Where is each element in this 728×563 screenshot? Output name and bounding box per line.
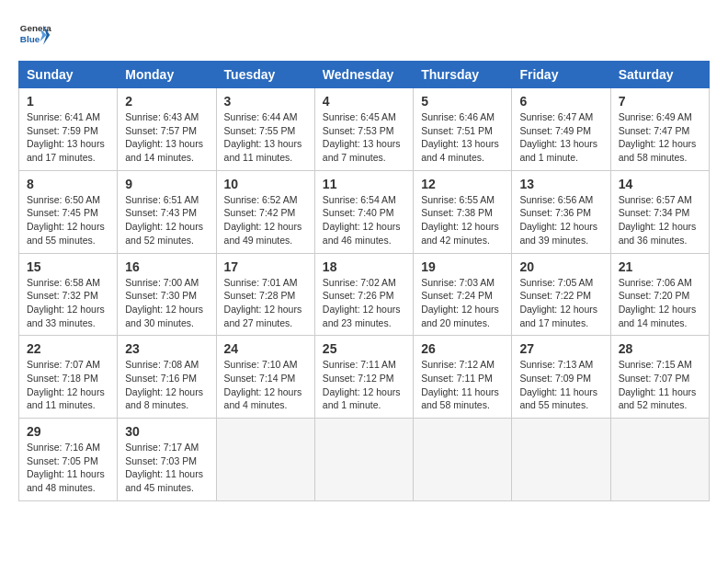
day-info: Sunrise: 7:02 AM Sunset: 7:26 PM Dayligh… <box>323 276 405 330</box>
day-cell: 23Sunrise: 7:08 AM Sunset: 7:16 PM Dayli… <box>118 336 216 419</box>
day-info: Sunrise: 6:52 AM Sunset: 7:42 PM Dayligh… <box>224 193 307 247</box>
page-header: General Blue <box>18 18 710 52</box>
day-number: 18 <box>323 259 405 274</box>
day-cell: 10Sunrise: 6:52 AM Sunset: 7:42 PM Dayli… <box>216 170 314 253</box>
day-number: 12 <box>421 177 504 191</box>
day-info: Sunrise: 7:07 AM Sunset: 7:18 PM Dayligh… <box>27 358 109 412</box>
day-info: Sunrise: 6:47 AM Sunset: 7:49 PM Dayligh… <box>519 110 602 165</box>
day-number: 10 <box>224 177 307 191</box>
day-cell <box>314 419 413 501</box>
day-info: Sunrise: 7:13 AM Sunset: 7:09 PM Dayligh… <box>519 358 602 412</box>
header-row: SundayMondayTuesdayWednesdayThursdayFrid… <box>19 62 710 88</box>
week-row-3: 22Sunrise: 7:07 AM Sunset: 7:18 PM Dayli… <box>19 336 710 419</box>
day-cell: 5Sunrise: 6:46 AM Sunset: 7:51 PM Daylig… <box>414 88 512 171</box>
calendar-table: SundayMondayTuesdayWednesdayThursdayFrid… <box>18 61 710 501</box>
day-info: Sunrise: 6:50 AM Sunset: 7:45 PM Dayligh… <box>27 193 109 247</box>
day-number: 27 <box>519 341 602 356</box>
day-number: 16 <box>125 259 208 274</box>
day-number: 6 <box>519 94 602 109</box>
week-row-4: 29Sunrise: 7:16 AM Sunset: 7:05 PM Dayli… <box>19 419 710 501</box>
day-number: 7 <box>619 94 701 109</box>
day-cell: 20Sunrise: 7:05 AM Sunset: 7:22 PM Dayli… <box>512 253 610 336</box>
logo-icon: General Blue <box>18 18 51 52</box>
day-cell: 27Sunrise: 7:13 AM Sunset: 7:09 PM Dayli… <box>512 336 610 419</box>
day-info: Sunrise: 7:05 AM Sunset: 7:22 PM Dayligh… <box>519 276 602 330</box>
day-info: Sunrise: 7:03 AM Sunset: 7:24 PM Dayligh… <box>421 276 504 330</box>
day-info: Sunrise: 6:43 AM Sunset: 7:57 PM Dayligh… <box>125 110 208 165</box>
day-cell: 21Sunrise: 7:06 AM Sunset: 7:20 PM Dayli… <box>610 253 709 336</box>
day-cell: 12Sunrise: 6:55 AM Sunset: 7:38 PM Dayli… <box>414 170 512 253</box>
day-info: Sunrise: 7:10 AM Sunset: 7:14 PM Dayligh… <box>224 358 307 412</box>
day-number: 8 <box>27 177 109 191</box>
day-info: Sunrise: 7:15 AM Sunset: 7:07 PM Dayligh… <box>619 358 701 412</box>
day-number: 25 <box>323 341 405 356</box>
logo: General Blue <box>18 18 51 52</box>
week-row-2: 15Sunrise: 6:58 AM Sunset: 7:32 PM Dayli… <box>19 253 710 336</box>
day-number: 11 <box>323 177 405 191</box>
day-cell: 4Sunrise: 6:45 AM Sunset: 7:53 PM Daylig… <box>314 88 413 171</box>
day-info: Sunrise: 6:46 AM Sunset: 7:51 PM Dayligh… <box>421 110 504 165</box>
day-cell: 9Sunrise: 6:51 AM Sunset: 7:43 PM Daylig… <box>118 170 216 253</box>
week-row-0: 1Sunrise: 6:41 AM Sunset: 7:59 PM Daylig… <box>19 88 710 171</box>
col-header-saturday: Saturday <box>610 62 709 88</box>
day-cell: 28Sunrise: 7:15 AM Sunset: 7:07 PM Dayli… <box>610 336 709 419</box>
day-number: 29 <box>27 424 109 439</box>
day-info: Sunrise: 7:11 AM Sunset: 7:12 PM Dayligh… <box>323 358 405 412</box>
day-info: Sunrise: 7:17 AM Sunset: 7:03 PM Dayligh… <box>125 441 208 495</box>
day-number: 4 <box>323 94 405 109</box>
day-cell: 26Sunrise: 7:12 AM Sunset: 7:11 PM Dayli… <box>414 336 512 419</box>
day-info: Sunrise: 6:49 AM Sunset: 7:47 PM Dayligh… <box>619 110 701 165</box>
day-info: Sunrise: 6:51 AM Sunset: 7:43 PM Dayligh… <box>125 193 208 247</box>
day-number: 19 <box>421 259 504 274</box>
day-cell: 14Sunrise: 6:57 AM Sunset: 7:34 PM Dayli… <box>610 170 709 253</box>
day-cell <box>414 419 512 501</box>
day-cell: 6Sunrise: 6:47 AM Sunset: 7:49 PM Daylig… <box>512 88 610 171</box>
day-cell <box>512 419 610 501</box>
day-number: 22 <box>27 341 109 356</box>
day-cell: 2Sunrise: 6:43 AM Sunset: 7:57 PM Daylig… <box>118 88 216 171</box>
col-header-thursday: Thursday <box>414 62 512 88</box>
day-info: Sunrise: 7:12 AM Sunset: 7:11 PM Dayligh… <box>421 358 504 412</box>
day-info: Sunrise: 7:00 AM Sunset: 7:30 PM Dayligh… <box>125 276 208 330</box>
day-cell: 30Sunrise: 7:17 AM Sunset: 7:03 PM Dayli… <box>118 419 216 501</box>
day-info: Sunrise: 6:58 AM Sunset: 7:32 PM Dayligh… <box>27 276 109 330</box>
day-number: 21 <box>619 259 701 274</box>
day-cell: 13Sunrise: 6:56 AM Sunset: 7:36 PM Dayli… <box>512 170 610 253</box>
day-info: Sunrise: 7:01 AM Sunset: 7:28 PM Dayligh… <box>224 276 307 330</box>
day-cell: 7Sunrise: 6:49 AM Sunset: 7:47 PM Daylig… <box>610 88 709 171</box>
day-number: 3 <box>224 94 307 109</box>
day-cell: 25Sunrise: 7:11 AM Sunset: 7:12 PM Dayli… <box>314 336 413 419</box>
day-number: 28 <box>619 341 701 356</box>
day-number: 24 <box>224 341 307 356</box>
day-info: Sunrise: 6:44 AM Sunset: 7:55 PM Dayligh… <box>224 110 307 165</box>
col-header-monday: Monday <box>118 62 216 88</box>
day-cell: 8Sunrise: 6:50 AM Sunset: 7:45 PM Daylig… <box>19 170 118 253</box>
day-number: 1 <box>27 94 109 109</box>
day-number: 15 <box>27 259 109 274</box>
day-info: Sunrise: 6:41 AM Sunset: 7:59 PM Dayligh… <box>27 110 109 165</box>
day-cell: 15Sunrise: 6:58 AM Sunset: 7:32 PM Dayli… <box>19 253 118 336</box>
day-cell: 18Sunrise: 7:02 AM Sunset: 7:26 PM Dayli… <box>314 253 413 336</box>
col-header-sunday: Sunday <box>19 62 118 88</box>
day-cell <box>610 419 709 501</box>
day-info: Sunrise: 6:57 AM Sunset: 7:34 PM Dayligh… <box>619 193 701 247</box>
day-info: Sunrise: 6:45 AM Sunset: 7:53 PM Dayligh… <box>323 110 405 165</box>
day-info: Sunrise: 7:06 AM Sunset: 7:20 PM Dayligh… <box>619 276 701 330</box>
day-cell: 24Sunrise: 7:10 AM Sunset: 7:14 PM Dayli… <box>216 336 314 419</box>
day-cell: 16Sunrise: 7:00 AM Sunset: 7:30 PM Dayli… <box>118 253 216 336</box>
day-cell: 1Sunrise: 6:41 AM Sunset: 7:59 PM Daylig… <box>19 88 118 171</box>
day-number: 2 <box>125 94 208 109</box>
day-info: Sunrise: 6:54 AM Sunset: 7:40 PM Dayligh… <box>323 193 405 247</box>
day-info: Sunrise: 6:55 AM Sunset: 7:38 PM Dayligh… <box>421 193 504 247</box>
day-number: 14 <box>619 177 701 191</box>
day-info: Sunrise: 6:56 AM Sunset: 7:36 PM Dayligh… <box>519 193 602 247</box>
col-header-tuesday: Tuesday <box>216 62 314 88</box>
day-number: 13 <box>519 177 602 191</box>
day-number: 9 <box>125 177 208 191</box>
day-number: 17 <box>224 259 307 274</box>
col-header-wednesday: Wednesday <box>314 62 413 88</box>
day-number: 26 <box>421 341 504 356</box>
day-info: Sunrise: 7:08 AM Sunset: 7:16 PM Dayligh… <box>125 358 208 412</box>
day-number: 20 <box>519 259 602 274</box>
svg-text:Blue: Blue <box>20 34 40 44</box>
